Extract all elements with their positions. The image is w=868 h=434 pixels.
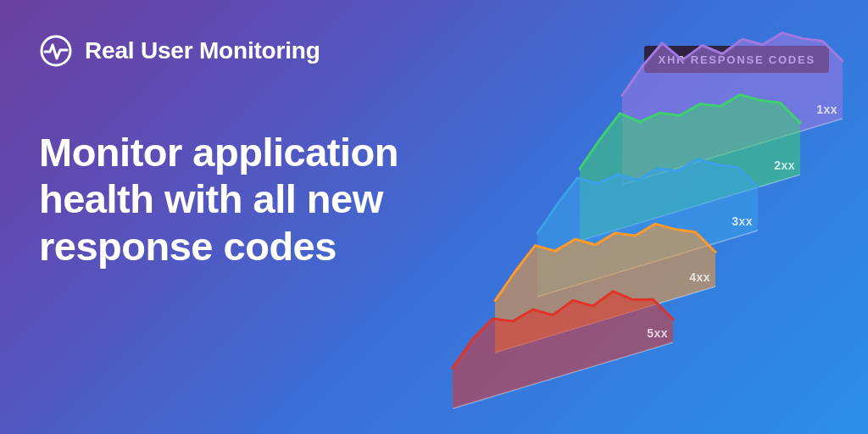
response-codes-chart: 1xx2xx3xx4xx5xx — [427, 70, 851, 434]
pulse-logo-icon — [39, 34, 73, 68]
series-label-5xx: 5xx — [647, 326, 668, 340]
series-label-3xx: 3xx — [732, 214, 753, 228]
chart-layer-5xx: 5xx — [453, 292, 673, 409]
header: Real User Monitoring — [39, 34, 320, 68]
brand-name: Real User Monitoring — [85, 37, 320, 64]
series-label-4xx: 4xx — [689, 270, 710, 284]
series-label-1xx: 1xx — [816, 103, 837, 116]
series-label-2xx: 2xx — [774, 159, 795, 172]
